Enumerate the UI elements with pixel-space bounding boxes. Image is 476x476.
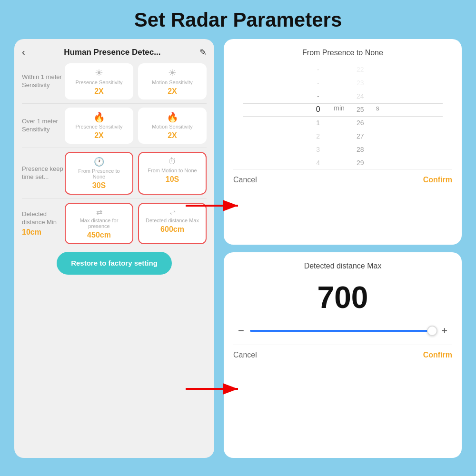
motion-to-none-label: From Motion to None <box>145 168 200 173</box>
detected-distance-dialog: Detected distance Max 700 − + Cancel Con… <box>224 252 462 458</box>
over-1m-label: Over 1 meter Sensitivity <box>22 118 65 134</box>
keeptime-section: Presence keep time set... 🕐 From Presenc… <box>22 152 207 195</box>
picker-item: 4 <box>306 156 330 168</box>
dist-max-presence-value: 450cm <box>87 231 111 239</box>
panel-title: Human Presence Detec... <box>64 48 160 57</box>
over-1m-presence-label: Presence Sensitivity <box>70 124 128 129</box>
dist-min-value: 10cm <box>22 228 41 237</box>
over-motion-icon: 🔥 <box>144 111 201 123</box>
picker-item: 27 <box>348 129 372 143</box>
over-1m-motion-card[interactable]: 🔥 Motion Sensitivity 2X <box>138 108 207 144</box>
over-presence-icon: 🔥 <box>70 111 128 123</box>
within-1m-motion-card[interactable]: ☀ Motion Sensitivity 2X <box>138 63 207 99</box>
motion-to-none-value: 10S <box>166 175 179 183</box>
picker-item: 24 <box>348 89 372 103</box>
slider-track[interactable] <box>250 330 436 332</box>
keeptime-label: Presence keep time set... <box>22 165 65 181</box>
slider-minus-button[interactable]: − <box>238 325 244 337</box>
picker-item: 3 <box>306 143 330 156</box>
presence-icon: ☀ <box>70 67 128 79</box>
restore-factory-button[interactable]: Restore to factory setting <box>57 252 172 275</box>
motion-time-icon: ⏱ <box>145 157 200 167</box>
edit-button[interactable]: ✎ <box>199 47 207 58</box>
distance-section: Detected distance Min 10cm ⇄ Max distanc… <box>22 203 207 244</box>
picker-item: - <box>306 89 330 103</box>
over-1m-presence-value: 2X <box>94 131 104 139</box>
picker-item: 26 <box>348 116 372 129</box>
dialog-bottom-title: Detected distance Max <box>233 262 452 270</box>
within-1m-label: Within 1 meter Sensitivity <box>22 73 65 89</box>
time-picker[interactable]: - - - 0 1 2 3 4 5 6 7 min 22 23 24 <box>233 63 452 168</box>
over-1m-motion-value: 2X <box>168 131 177 139</box>
dialog-top-confirm-button[interactable]: Confirm <box>423 176 452 184</box>
dist-max-icon: ⇌ <box>144 208 201 217</box>
slider-row: − + <box>233 325 452 337</box>
dist-min-label: Detected distance Min <box>22 210 65 227</box>
presence-to-none-dialog: From Presence to None - - - 0 1 2 3 4 5 … <box>224 39 462 245</box>
sec-label: s <box>376 104 379 112</box>
page-title: Set Radar Parameters <box>0 0 476 39</box>
over-1m-section: Over 1 meter Sensitivity 🔥 Presence Sens… <box>22 108 207 144</box>
minutes-picker-col[interactable]: - - - 0 1 2 3 4 5 6 7 <box>306 63 330 168</box>
picker-item-selected: 0 <box>306 103 330 116</box>
dialog-top-title: From Presence to None <box>233 49 452 57</box>
motion-to-none-card[interactable]: ⏱ From Motion to None 10S <box>138 152 207 195</box>
picker-item: 2 <box>306 129 330 143</box>
back-button[interactable]: ‹ <box>22 47 25 58</box>
right-panel: From Presence to None - - - 0 1 2 3 4 5 … <box>224 39 462 458</box>
dialog-bottom-confirm-button[interactable]: Confirm <box>423 351 452 359</box>
picker-item: 28 <box>348 143 372 156</box>
picker-item: 29 <box>348 156 372 168</box>
picker-item: - <box>306 76 330 89</box>
over-1m-motion-label: Motion Sensitivity <box>144 124 201 129</box>
presence-to-none-value: 30S <box>92 181 106 189</box>
slider-plus-button[interactable]: + <box>441 325 447 337</box>
dist-presence-icon: ⇄ <box>70 208 128 217</box>
within-1m-section: Within 1 meter Sensitivity ☀ Presence Se… <box>22 63 207 99</box>
dist-detected-max-card[interactable]: ⇌ Detected distance Max 600cm <box>138 203 207 244</box>
slider-current-value: 700 <box>233 280 452 315</box>
picker-item: 22 <box>348 63 372 76</box>
over-1m-presence-card[interactable]: 🔥 Presence Sensitivity 2X <box>65 108 133 144</box>
within-1m-presence-value: 2X <box>94 87 104 95</box>
picker-item: 1 <box>306 116 330 129</box>
seconds-picker-col[interactable]: 22 23 24 25 26 27 28 29 30 31 32 33 34 3… <box>348 63 372 168</box>
motion-icon: ☀ <box>144 67 201 79</box>
within-1m-motion-value: 2X <box>168 87 177 95</box>
dialog-top-cancel-button[interactable]: Cancel <box>233 176 257 184</box>
dialog-top-actions: Cancel Confirm <box>233 169 452 184</box>
min-label: min <box>334 104 345 112</box>
picker-item: 23 <box>348 76 372 89</box>
picker-item: 25 <box>348 103 372 116</box>
within-1m-presence-card[interactable]: ☀ Presence Sensitivity 2X <box>65 63 133 99</box>
dist-max-presence-card[interactable]: ⇄ Max distance for presence 450cm <box>65 203 133 244</box>
dialog-bottom-cancel-button[interactable]: Cancel <box>233 351 257 359</box>
within-1m-motion-label: Motion Sensitivity <box>144 79 201 85</box>
slider-thumb[interactable] <box>427 326 437 336</box>
dist-max-presence-label: Max distance for presence <box>70 218 128 229</box>
dialog-bottom-actions: Cancel Confirm <box>233 345 452 359</box>
dist-detected-max-label: Detected distance Max <box>144 218 201 223</box>
within-1m-presence-label: Presence Sensitivity <box>70 79 128 85</box>
dist-detected-max-value: 600cm <box>160 225 184 233</box>
picker-item: - <box>306 63 330 76</box>
presence-to-none-card[interactable]: 🕐 From Presence to None 30S <box>65 152 133 195</box>
left-panel: ‹ Human Presence Detec... ✎ Within 1 met… <box>14 39 214 458</box>
clock-icon: 🕐 <box>71 157 127 167</box>
presence-to-none-label: From Presence to None <box>71 168 127 179</box>
